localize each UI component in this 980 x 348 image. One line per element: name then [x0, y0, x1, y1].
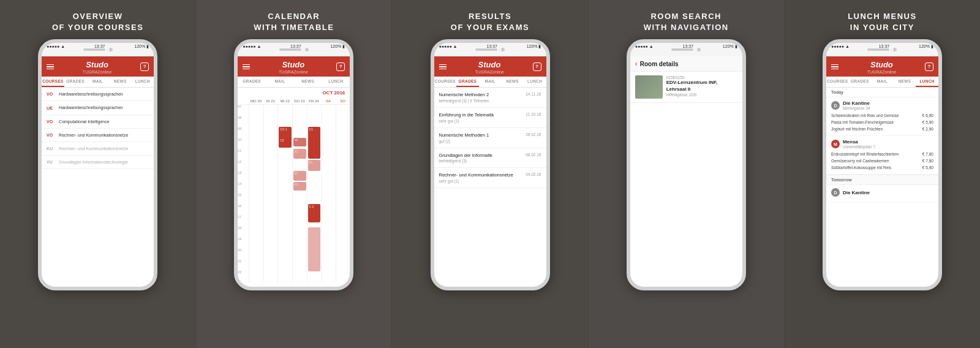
menu-item-price: € 5,90	[922, 165, 933, 170]
nav-courses-3[interactable]: COURSES	[434, 77, 457, 87]
app-header-3: Studo TUGRAZonline ?	[434, 56, 546, 77]
nav-grades-2[interactable]: GRADES	[238, 77, 266, 87]
menu-item-name: Joghurt mit frischen Früchten	[831, 127, 883, 131]
nav-grades-1[interactable]: GRADES	[64, 77, 87, 87]
nav-courses-1[interactable]: COURSES	[42, 77, 64, 87]
back-arrow-icon[interactable]: ‹	[635, 59, 638, 68]
help-button-3[interactable]: ?	[533, 62, 541, 71]
room-details-title: Room details	[640, 61, 679, 67]
course-list: VO Hardwarebeschreibungssprachen UE Hard…	[42, 88, 154, 287]
panel-title-lunch: LUNCH MENUS IN YOUR CITY	[848, 0, 917, 33]
nav-news-2[interactable]: NEWS	[294, 77, 322, 87]
grade-top: Numerische Methoden 1 28.02.16	[439, 132, 541, 138]
list-item[interactable]: VO Rechner- und Kommunikationsnetze	[42, 129, 154, 142]
nav-lunch-2[interactable]: LUNCH	[322, 77, 350, 87]
hamburger-icon-2[interactable]	[243, 64, 250, 70]
cal-event-c2: C2	[279, 138, 292, 148]
restaurant-info-mensa: Mensa Universitätsplatz 7	[843, 139, 875, 149]
cal-col-sa	[321, 105, 336, 282]
grade-detail: gut (2)	[439, 139, 541, 143]
phone-frame-3: ●●●●● ▲13:37120% ▮ Studo TUGRAZonline ? …	[431, 39, 550, 290]
nav-news-5[interactable]: NEWS	[894, 77, 916, 87]
tomorrow-label: Tomorrow	[826, 175, 938, 185]
nav-grades-3[interactable]: GRADES	[456, 77, 479, 87]
cal-event-ci2: CI	[293, 171, 306, 181]
cal-col-do: SK CI CI CI	[292, 105, 307, 282]
nav-mail-5[interactable]: MAIL	[871, 77, 894, 87]
list-item[interactable]: VO Hardwarebeschreibungssprachen	[42, 88, 154, 101]
calendar-columns: CV 1 C2 SK CI CI CI C1 CI C 2	[249, 105, 350, 282]
nav-mail-1[interactable]: MAIL	[86, 77, 109, 87]
help-button-1[interactable]: ?	[140, 62, 149, 71]
phone-frame-4: ●●●●● ▲13:37120% ▮ ‹ Room details 015E01…	[627, 39, 746, 290]
nav-grades-5[interactable]: GRADES	[849, 77, 872, 87]
course-type: VO	[47, 119, 55, 124]
menu-item-price: € 7,80	[922, 159, 933, 163]
help-button-2[interactable]: ?	[336, 62, 345, 71]
hamburger-icon-1[interactable]	[47, 64, 54, 70]
phone-top-4: ●●●●● ▲13:37120% ▮	[630, 43, 742, 56]
list-item[interactable]: Grundlagen der Informatik 08.02.16 befri…	[434, 148, 546, 168]
nav-lunch-5[interactable]: LUNCH	[916, 77, 938, 87]
phone-top-2: ●●●●● ▲13:37120% ▮	[238, 43, 350, 56]
panel-calendar: CALENDAR WITH TIMETABLE ●●●●● ▲13:37120%…	[195, 0, 391, 348]
menu-item-name: Pasta mit Tomaten-Fenchelgemüse	[831, 120, 894, 124]
menu-item-name: Gemüsecurry mit Cashewkernen	[831, 159, 889, 163]
cal-event-sk: SK	[293, 138, 306, 146]
list-item[interactable]: Rechner- und Kommunikationsnetze 04.02.1…	[434, 168, 546, 188]
list-item[interactable]: UE Hardwarebeschreibungssprachen	[42, 101, 154, 115]
grade-date: 04.02.16	[526, 172, 541, 176]
cal-event-c1: C1	[308, 127, 321, 159]
help-button-5[interactable]: ?	[925, 62, 933, 71]
list-item[interactable]: KU Rechner- und Kommunikationsnetze	[42, 142, 154, 156]
list-item[interactable]: VU Grundlagen Informationstechnologie	[42, 156, 154, 169]
list-item: Schweinsbraten mit Reis und Gemüse € 6,9…	[831, 112, 933, 119]
hamburger-icon-3[interactable]	[439, 64, 447, 70]
restaurant-name-mensa: Mensa	[843, 139, 875, 145]
nav-news-3[interactable]: NEWS	[501, 77, 524, 87]
menu-item-price: € 2,90	[922, 127, 933, 131]
restaurant-avatar-mensa: M	[831, 140, 840, 148]
nav-mail-3[interactable]: MAIL	[479, 77, 502, 87]
course-type: VU	[47, 160, 55, 164]
time-14: 14	[238, 182, 249, 193]
course-name: Rechner- und Kommunikationsnetze	[59, 132, 128, 138]
phone-status-2: ●●●●● ▲13:37120% ▮	[238, 44, 350, 49]
cal-col-so	[336, 105, 350, 282]
list-item[interactable]: VO Computational Intelligence	[42, 115, 154, 129]
list-item: Gemüsecurry mit Cashewkernen € 7,80	[831, 157, 933, 164]
today-label: Today	[826, 88, 938, 97]
course-name: Hardwarebeschreibungssprachen	[59, 105, 123, 110]
grade-course: Grundlagen der Informatik	[439, 153, 492, 159]
restaurant-avatar-tomorrow: D	[831, 188, 840, 197]
restaurant-mensa: M Mensa Universitätsplatz 7 Erdnussteint…	[826, 136, 938, 175]
list-item[interactable]: Numerische Methoden 1 28.02.16 gut (2)	[434, 128, 546, 148]
list-item[interactable]: Einführung in die Telematik 11.10.16 seh…	[434, 108, 546, 128]
nav-news-1[interactable]: NEWS	[109, 77, 132, 87]
restaurant-header-tomorrow: D Die Kantine	[831, 188, 933, 197]
list-item[interactable]: Numerische Methoden 2 24.11.16 befriedig…	[434, 88, 546, 108]
nav-lunch-1[interactable]: LUNCH	[131, 77, 154, 87]
app-logo-1: Studo TUGRAZonline	[54, 59, 140, 74]
course-type: KU	[47, 146, 55, 151]
phone-top-5: ●●●●● ▲13:37120% ▮	[826, 43, 938, 56]
room-detail-card: 015E0150 EDV-Lernzentrum INF, Lehrsaal I…	[630, 72, 742, 103]
phone-top-3: ●●●●● ▲13:37120% ▮	[434, 43, 546, 56]
room-info: 015E0150 EDV-Lernzentrum INF, Lehrsaal I…	[666, 75, 737, 99]
cal-event-fr-light	[308, 227, 321, 271]
room-image	[635, 75, 663, 99]
time-09: 09	[238, 127, 249, 138]
phone-frame-2: ●●●●● ▲13:37120% ▮ Studo TUGRAZonline ? …	[234, 39, 353, 290]
app-header-1: Studo TUGRAZonline ?	[42, 56, 154, 77]
phone-status-4: ●●●●● ▲13:37120% ▮	[630, 44, 742, 49]
hamburger-icon-5[interactable]	[831, 64, 839, 70]
course-name: Computational Intelligence	[59, 119, 110, 124]
nav-lunch-3[interactable]: LUNCH	[524, 77, 546, 87]
grade-top: Numerische Methoden 2 24.11.16	[439, 92, 541, 98]
grade-date: 24.11.16	[526, 92, 541, 96]
nav-courses-5[interactable]: COURSES	[826, 77, 849, 87]
course-type: UE	[47, 106, 55, 110]
grade-date: 28.02.16	[526, 132, 541, 137]
menu-item-price: € 5,90	[922, 120, 933, 124]
nav-mail-2[interactable]: MAIL	[266, 77, 294, 87]
